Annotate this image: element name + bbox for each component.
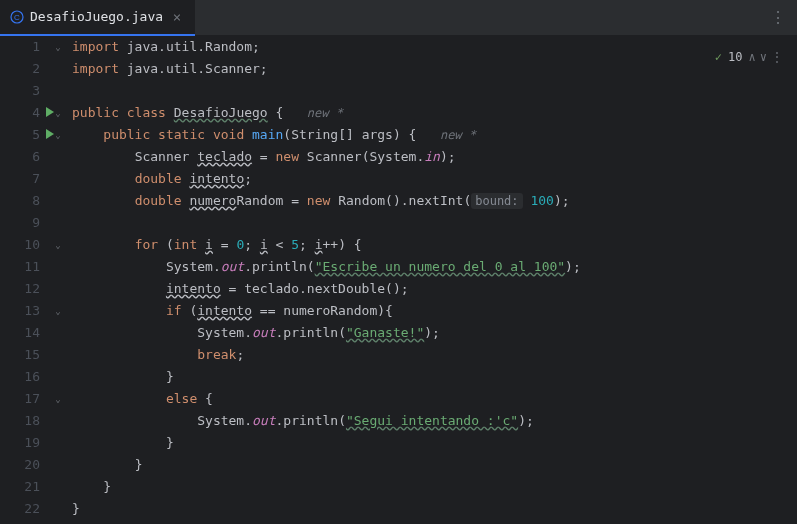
svg-text:C: C: [14, 13, 20, 22]
java-file-icon: C: [10, 10, 24, 24]
status-nav: ∧ ∨ ⋮: [749, 50, 783, 64]
fold-toggle[interactable]: ⌄: [48, 388, 68, 410]
prev-problem-button[interactable]: ∧: [749, 50, 756, 64]
line-number: 9: [0, 212, 40, 234]
fold-toggle[interactable]: ⌄: [48, 36, 68, 58]
line-number: 20: [0, 454, 40, 476]
line-number: 12: [0, 278, 40, 300]
line-number: 5: [0, 124, 40, 146]
line-number: 18: [0, 410, 40, 432]
line-number: 16: [0, 366, 40, 388]
code-content[interactable]: import java.util.Random; import java.uti…: [68, 36, 797, 524]
line-number: 2: [0, 58, 40, 80]
line-number: 22: [0, 498, 40, 520]
line-number: 13: [0, 300, 40, 322]
line-number: 19: [0, 432, 40, 454]
run-gutter-icon[interactable]: [46, 129, 54, 139]
line-number: 10: [0, 234, 40, 256]
line-number: 6: [0, 146, 40, 168]
tab-filename: DesafioJuego.java: [30, 9, 163, 24]
line-number: 15: [0, 344, 40, 366]
line-number: 7: [0, 168, 40, 190]
line-number: 14: [0, 322, 40, 344]
editor: ✓ 10 ∧ ∨ ⋮ 1 2 3 4 5 6 7 8 9 10 11 12 13…: [0, 36, 797, 524]
inspection-menu-button[interactable]: ⋮: [771, 50, 783, 64]
line-number: 17: [0, 388, 40, 410]
line-number: 4: [0, 102, 40, 124]
fold-toggle[interactable]: ⌄: [48, 300, 68, 322]
line-number: 3: [0, 80, 40, 102]
line-number: 21: [0, 476, 40, 498]
line-number: 8: [0, 190, 40, 212]
inspection-status[interactable]: ✓ 10 ∧ ∨ ⋮: [715, 50, 783, 64]
close-tab-button[interactable]: ×: [169, 9, 185, 25]
line-number: 11: [0, 256, 40, 278]
tab-bar: C DesafioJuego.java × ⋮: [0, 0, 797, 36]
tab-overflow-button[interactable]: ⋮: [770, 8, 787, 27]
fold-toggle[interactable]: ⌄: [48, 234, 68, 256]
file-tab[interactable]: C DesafioJuego.java ×: [0, 0, 195, 36]
next-problem-button[interactable]: ∨: [760, 50, 767, 64]
run-gutter-icon[interactable]: [46, 107, 54, 117]
line-number: 1: [0, 36, 40, 58]
check-icon: ✓: [715, 50, 722, 64]
problem-count: 10: [728, 50, 742, 64]
line-number-gutter[interactable]: 1 2 3 4 5 6 7 8 9 10 11 12 13 14 15 16 1…: [0, 36, 48, 524]
